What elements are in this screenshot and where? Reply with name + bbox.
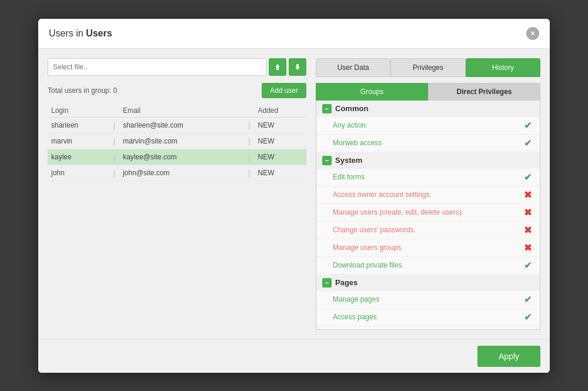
sep: | <box>248 133 255 149</box>
cross-icon: ✖ <box>524 189 532 200</box>
right-panel: User DataPrivilegesHistory GroupsDirect … <box>316 58 540 330</box>
sub-tab-groups[interactable]: Groups <box>316 83 428 101</box>
priv-item[interactable]: Manage users groups.✖ <box>316 239 540 257</box>
check-icon: ✔ <box>524 294 532 305</box>
user-status: NEW <box>255 149 306 165</box>
col-added: Added <box>255 104 306 118</box>
check-icon: ✔ <box>524 120 532 131</box>
modal-header: Users in Users × <box>38 19 550 49</box>
col-sep2 <box>248 104 255 118</box>
modal-overlay: Users in Users × <box>0 0 588 391</box>
priv-label: Manage users (create, edit, delete users… <box>333 208 463 216</box>
check-icon: ✔ <box>524 138 532 149</box>
check-icon: ✔ <box>524 312 532 323</box>
check-icon: ✔ <box>524 260 532 271</box>
priv-label: Edit forms <box>333 173 365 181</box>
upload-button[interactable] <box>269 58 286 76</box>
col-email: Email <box>119 104 248 118</box>
section-name: Common <box>335 104 368 113</box>
user-table: Login Email Added sharleen | sharleen@si… <box>48 104 306 181</box>
section-name: System <box>335 156 362 165</box>
table-row[interactable]: kaylee | kaylee@site.com | NEW <box>48 149 306 165</box>
table-row[interactable]: john | john@site.com | NEW <box>48 165 306 181</box>
user-login: marvin <box>48 133 112 149</box>
sub-tab-direct-privileges[interactable]: Direct Privileges <box>428 83 540 101</box>
priv-item[interactable]: Change users' passwords.✖ <box>316 222 540 239</box>
priv-item[interactable]: Edit forms✔ <box>316 169 540 186</box>
priv-label: Any action <box>333 121 366 129</box>
cross-icon: ✖ <box>524 207 532 218</box>
total-users-label: Total users in group: 0 <box>48 86 117 95</box>
sep: | <box>112 165 119 181</box>
priv-label: Manage users groups. <box>333 243 403 252</box>
priv-item[interactable]: Access owner account settings.✖ <box>316 186 540 204</box>
svg-marker-1 <box>295 64 300 70</box>
priv-label: Access pages <box>333 313 377 321</box>
apply-button[interactable]: Apply <box>477 346 540 367</box>
priv-section-pages: −Pages <box>316 275 540 291</box>
section-icon: − <box>322 104 332 113</box>
user-login: kaylee <box>48 149 112 165</box>
priv-label: Morweb access <box>333 139 382 147</box>
left-panel: Total users in group: 0 Add user Login E… <box>48 58 306 330</box>
user-login: sharleen <box>48 117 112 133</box>
user-email: sharleen@site.com <box>119 117 248 133</box>
user-status: NEW <box>255 117 306 133</box>
cross-icon: ✖ <box>524 225 532 236</box>
sep: | <box>112 133 119 149</box>
section-icon: − <box>322 278 332 288</box>
total-users-row: Total users in group: 0 Add user <box>48 83 306 98</box>
table-header-row: Login Email Added <box>48 104 306 118</box>
priv-item[interactable]: Any action✔ <box>316 117 540 135</box>
user-email: kaylee@site.com <box>119 149 248 165</box>
col-sep1 <box>112 104 119 118</box>
sep: | <box>248 149 255 165</box>
top-tabs: User DataPrivilegesHistory <box>316 58 540 77</box>
top-tab-history[interactable]: History <box>466 58 540 77</box>
priv-section-common: −Common <box>316 101 540 117</box>
section-name: Pages <box>335 278 358 287</box>
download-button[interactable] <box>289 58 306 76</box>
top-tab-user-data[interactable]: User Data <box>316 58 390 77</box>
sep: | <box>248 165 255 181</box>
svg-marker-0 <box>275 64 280 70</box>
top-tab-privileges[interactable]: Privileges <box>390 58 465 77</box>
table-row[interactable]: sharleen | sharleen@site.com | NEW <box>48 117 306 133</box>
file-input[interactable] <box>48 58 266 76</box>
modal-footer: Apply <box>38 339 550 373</box>
modal: Users in Users × <box>38 19 550 373</box>
sep: | <box>112 149 119 165</box>
priv-item[interactable]: Access pages✔ <box>316 309 540 326</box>
sep: | <box>112 117 119 133</box>
add-user-button[interactable]: Add user <box>262 83 306 98</box>
col-login: Login <box>48 104 112 118</box>
priv-label: Manage pages <box>333 295 379 303</box>
user-status: NEW <box>255 133 306 149</box>
user-login: john <box>48 165 112 181</box>
sep: | <box>248 117 255 133</box>
download-icon <box>293 63 302 71</box>
privileges-list: −CommonAny action✔Morweb access✔−SystemE… <box>316 101 540 330</box>
priv-item[interactable]: Manage users (create, edit, delete users… <box>316 204 540 222</box>
modal-body: Total users in group: 0 Add user Login E… <box>38 49 550 339</box>
close-button[interactable]: × <box>526 27 539 40</box>
priv-item[interactable]: Manage pages✔ <box>316 291 540 309</box>
priv-section-system: −System <box>316 152 540 169</box>
check-icon: ✔ <box>524 172 532 183</box>
table-row[interactable]: marvin | marvin@site.com | NEW <box>48 133 306 149</box>
priv-label: Access owner account settings. <box>333 191 432 199</box>
upload-icon <box>273 63 282 71</box>
user-email: marvin@site.com <box>119 133 248 149</box>
user-status: NEW <box>255 165 306 181</box>
sub-tabs: GroupsDirect Privileges <box>316 83 540 101</box>
title-bold: Users <box>86 28 112 38</box>
section-icon: − <box>322 156 332 165</box>
title-prefix: Users in <box>49 28 86 38</box>
cross-icon: ✖ <box>524 242 532 253</box>
priv-label: Download private files. <box>333 261 404 269</box>
priv-item[interactable]: Morweb access✔ <box>316 135 540 152</box>
file-select-row <box>48 58 306 76</box>
modal-title: Users in Users <box>49 28 112 39</box>
user-email: john@site.com <box>119 165 248 181</box>
priv-item[interactable]: Download private files.✔ <box>316 257 540 275</box>
